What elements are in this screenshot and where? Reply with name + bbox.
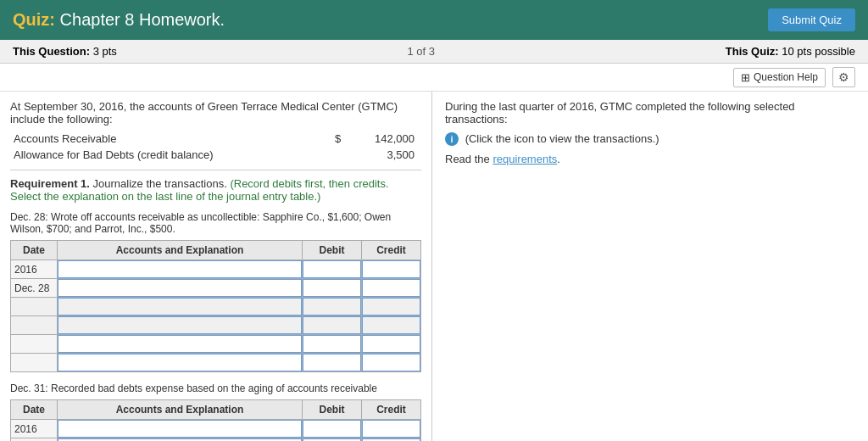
question-help-button[interactable]: ⊞ Question Help <box>733 68 826 87</box>
debit-input-cell[interactable] <box>303 438 362 442</box>
credit-input[interactable] <box>362 354 420 371</box>
date-cell: Dec. 28 <box>11 279 58 298</box>
date-cell: 2016 <box>11 260 58 279</box>
debit-input-cell[interactable] <box>303 260 362 279</box>
separator <box>10 170 421 170</box>
accounts-input[interactable] <box>58 260 302 278</box>
debit-input-cell[interactable] <box>303 420 362 438</box>
table-row <box>11 335 421 354</box>
debit-input[interactable] <box>303 279 361 297</box>
table-header-row: Date Accounts and Explanation Debit Cred… <box>11 241 421 260</box>
debit-input[interactable] <box>303 260 361 278</box>
credit-input[interactable] <box>362 335 420 353</box>
requirements-text: Read the requirements. <box>445 153 855 165</box>
table-row: Dec. 31 <box>11 438 421 442</box>
credit-input[interactable] <box>362 260 420 278</box>
credit-input[interactable] <box>362 279 420 297</box>
credit-input[interactable] <box>362 316 420 334</box>
context-text: At September 30, 2016, the accounts of G… <box>10 100 421 126</box>
credit-input-cell[interactable] <box>362 335 421 354</box>
quiz-label: This Quiz: <box>726 45 779 58</box>
question-help-label: Question Help <box>754 71 818 83</box>
left-pane: At September 30, 2016, the accounts of G… <box>0 92 432 441</box>
accounts-input[interactable] <box>58 420 302 438</box>
accounts-input-cell[interactable] <box>58 298 303 316</box>
credit-header: Credit <box>362 400 421 420</box>
accounts-input-cell[interactable] <box>58 260 303 279</box>
page-header: Quiz: Chapter 8 Homework. Submit Quiz <box>0 0 868 40</box>
debit-input[interactable] <box>303 420 361 438</box>
question-pts-value: 3 pts <box>93 45 117 58</box>
debit-input-cell[interactable] <box>303 335 362 354</box>
debit-input-cell[interactable] <box>303 298 362 316</box>
date-cell <box>11 354 58 372</box>
accounts-input-cell[interactable] <box>58 420 303 438</box>
debit-input-cell[interactable] <box>303 316 362 335</box>
requirement-section: Requirement 1. Journalize the transactio… <box>10 177 421 203</box>
table-row <box>11 298 421 316</box>
debit-input[interactable] <box>303 335 361 353</box>
date-cell: 2016 <box>11 420 58 438</box>
info-icon[interactable]: i <box>445 132 459 146</box>
account-name: Allowance for Bad Debts (credit balance) <box>10 147 327 163</box>
grid-icon: ⊞ <box>741 71 750 84</box>
dollar-sign <box>327 147 344 163</box>
dollar-sign: $ <box>327 131 344 147</box>
debit-input[interactable] <box>303 354 361 371</box>
submit-quiz-button[interactable]: Submit Quiz <box>768 8 855 31</box>
credit-input-cell[interactable] <box>362 420 421 438</box>
question-points: This Question: 3 pts <box>13 45 117 58</box>
account-amount: 3,500 <box>344 147 421 163</box>
question-label: This Question: <box>13 45 90 58</box>
debit-input-cell[interactable] <box>303 279 362 298</box>
credit-input-cell[interactable] <box>362 438 421 442</box>
accounts-input[interactable] <box>58 298 302 315</box>
debit-header: Debit <box>303 241 362 260</box>
accounts-input-cell[interactable] <box>58 438 303 442</box>
accounts-input[interactable] <box>58 316 302 334</box>
date-cell <box>11 316 58 335</box>
debit-input[interactable] <box>303 316 361 334</box>
credit-input-cell[interactable] <box>362 298 421 316</box>
accounts-input-cell[interactable] <box>58 316 303 335</box>
credit-input-cell[interactable] <box>362 354 421 372</box>
quiz-label: Quiz: <box>13 10 55 29</box>
accounts-input[interactable] <box>58 279 302 297</box>
accounts-input-cell[interactable] <box>58 354 303 372</box>
account-name: Accounts Receivable <box>10 131 327 147</box>
toolbar: ⊞ Question Help ⚙ <box>0 64 868 92</box>
req-number: Requirement 1. <box>10 177 90 190</box>
debit-input-cell[interactable] <box>303 354 362 372</box>
table-row <box>11 354 421 372</box>
transaction2-desc: Dec. 31: Recorded bad debts expense base… <box>10 382 421 394</box>
credit-input[interactable] <box>362 420 420 438</box>
gear-button[interactable]: ⚙ <box>832 67 855 87</box>
accounts-input-cell[interactable] <box>58 335 303 354</box>
date-header: Date <box>11 400 58 420</box>
page-title: Quiz: Chapter 8 Homework. <box>13 10 225 30</box>
right-context-text: During the last quarter of 2016, GTMC co… <box>445 100 855 126</box>
accounts-table: Accounts Receivable $ 142,000 Allowance … <box>10 131 421 163</box>
read-requirements-label: Read the <box>445 153 490 165</box>
account-amount: 142,000 <box>344 131 421 147</box>
pagination: 1 of 3 <box>408 45 436 58</box>
credit-input[interactable] <box>362 298 420 315</box>
date-cell <box>11 335 58 354</box>
credit-input-cell[interactable] <box>362 279 421 298</box>
accounts-header: Accounts and Explanation <box>58 241 303 260</box>
debit-input[interactable] <box>303 298 361 315</box>
accounts-input[interactable] <box>58 354 302 371</box>
credit-input-cell[interactable] <box>362 316 421 335</box>
credit-input-cell[interactable] <box>362 260 421 279</box>
accounts-input[interactable] <box>58 335 302 353</box>
date-cell: Dec. 31 <box>11 438 58 442</box>
table-row: Allowance for Bad Debts (credit balance)… <box>10 147 421 163</box>
table-row: 2016 <box>11 420 421 438</box>
accounts-input-cell[interactable] <box>58 279 303 298</box>
main-content: At September 30, 2016, the accounts of G… <box>0 92 868 441</box>
quiz-points: This Quiz: 10 pts possible <box>726 45 855 58</box>
credit-header: Credit <box>362 241 421 260</box>
click-icon-text: i (Click the icon to view the transactio… <box>445 132 855 146</box>
gear-icon: ⚙ <box>838 70 849 84</box>
requirements-link[interactable]: requirements <box>492 153 557 165</box>
